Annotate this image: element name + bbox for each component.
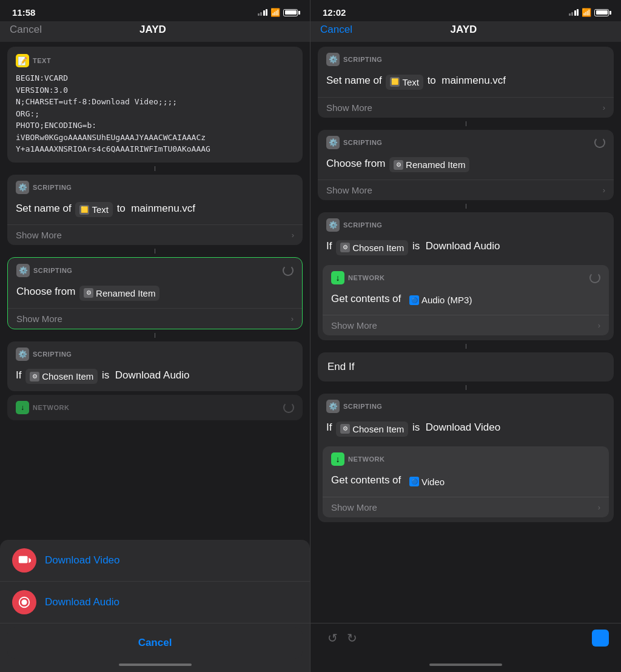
left-panel: 11:58 📶 Cancel JAYD 📝 TEXT BEGIN:VCARDVE… (0, 0, 310, 672)
wifi-icon: 📶 (270, 8, 280, 17)
home-indicator-right (310, 660, 621, 672)
scripting-icon: ⚙️ (16, 181, 29, 194)
connector (466, 204, 466, 209)
connector (155, 166, 155, 171)
token-icon-text: 🟨 (79, 205, 89, 215)
card-body: If ⚙Chosen Item is Download Video (318, 417, 614, 444)
end-if-label: End If (327, 361, 354, 372)
token-icon-gear: ⚙ (30, 372, 39, 381)
scripting-icon: ⚙️ (326, 218, 340, 232)
download-video-item[interactable]: Download Video (0, 540, 310, 582)
cancel-button-left[interactable]: Cancel (10, 24, 42, 36)
network-label: NETWORK (348, 455, 384, 463)
choose-from-card-right: ⚙️ SCRIPTING Choose from ⚙Renamed Item S… (318, 130, 614, 201)
chosen-token[interactable]: ⚙Chosen Item (25, 369, 98, 384)
battery-icon (283, 9, 298, 16)
token-icon-gear: ⚙ (340, 243, 350, 252)
spinner-icon (589, 272, 600, 283)
right-panel: 12:02 📶 Cancel JAYD ⚙️ SCRIPTING Set nam… (310, 0, 621, 672)
action-sheet: Download Video Download Audio Cancel (0, 540, 310, 672)
renamed-token[interactable]: ⚙Renamed Item (389, 157, 469, 172)
svg-point-3 (21, 599, 27, 605)
scroll-content-right: ⚙️ SCRIPTING Set name of 🟨Text to mainme… (310, 42, 621, 623)
network-icon: ↓ (331, 271, 344, 284)
record-button[interactable] (592, 630, 609, 647)
network-icon: ↓ (16, 401, 29, 414)
card-label: SCRIPTING (33, 267, 72, 274)
chevron-right-icon: › (603, 186, 605, 195)
signal-icon (569, 9, 579, 16)
token-icon-video: 🔵 (409, 477, 419, 486)
card-label: SCRIPTING (33, 351, 72, 358)
scripting-icon: ⚙️ (326, 136, 340, 149)
svg-rect-0 (19, 556, 28, 563)
scripting-icon: ⚙️ (326, 400, 340, 413)
text-token[interactable]: 🟨Text (386, 75, 423, 90)
network-label: NETWORK (348, 274, 384, 281)
card-body: If ⚙Chosen Item is Download Audio (318, 235, 614, 263)
show-more-right-4[interactable]: Show More › (323, 497, 609, 517)
nav-title-left: JAYD (139, 24, 166, 36)
card-label: SCRIPTING (343, 139, 382, 146)
spinner-icon (283, 402, 294, 413)
download-audio-label: Download Audio (45, 596, 119, 608)
token-icon-audio: 🔵 (409, 295, 419, 305)
scripting-icon: ⚙️ (16, 348, 29, 361)
connector (466, 385, 466, 390)
nested-network-video-card: ↓ NETWORK Get contents of 🔵Video Show Mo… (323, 446, 609, 517)
card-label: SCRIPTING (33, 184, 72, 191)
download-video-icon (12, 548, 36, 573)
chevron-right-icon: › (292, 230, 294, 240)
card-label: SCRIPTING (343, 56, 382, 63)
card-body: Choose from ⚙Renamed Item (318, 153, 614, 180)
connector (155, 333, 155, 338)
text-card-content: BEGIN:VCARDVERSION:3.0N;CHARSET=utf-8:Do… (16, 72, 294, 155)
set-name-card-right: ⚙️ SCRIPTING Set name of 🟨Text to mainme… (318, 47, 614, 118)
token-icon-gear: ⚙ (84, 288, 93, 298)
nav-bar-right: Cancel JAYD (310, 21, 621, 42)
svg-marker-1 (29, 557, 31, 563)
token-icon-gear: ⚙ (340, 424, 350, 434)
show-more-left-1[interactable]: Show More › (7, 224, 303, 245)
battery-icon (594, 9, 609, 16)
network-partial-card: ↓ NETWORK (7, 395, 303, 420)
show-more-label: Show More (16, 314, 62, 324)
download-audio-item[interactable]: Download Audio (0, 582, 310, 623)
redo-button[interactable]: ↻ (342, 628, 361, 648)
chevron-right-icon: › (598, 321, 600, 330)
card-body: Get contents of 🔵Video (323, 469, 609, 497)
card-label: SCRIPTING (343, 403, 382, 410)
connector (466, 344, 466, 349)
if-chosen-audio-card-right: ⚙️ SCRIPTING If ⚙Chosen Item is Download… (318, 212, 614, 340)
renamed-token[interactable]: ⚙Renamed Item (79, 286, 159, 301)
card-body: Get contents of 🔵Audio (MP3) (323, 288, 609, 315)
scripting-icon: ⚙️ (326, 53, 340, 66)
chosen-token[interactable]: ⚙Chosen Item (336, 240, 408, 255)
show-more-right-3[interactable]: Show More › (323, 315, 609, 335)
show-more-right-2[interactable]: Show More › (318, 180, 614, 200)
text-token[interactable]: 🟨Text (75, 202, 113, 217)
action-cancel-button[interactable]: Cancel (7, 627, 303, 659)
show-more-right-1[interactable]: Show More › (318, 97, 614, 118)
chevron-right-icon: › (603, 103, 605, 112)
if-chosen-video-card-right: ⚙️ SCRIPTING If ⚙Chosen Item is Download… (318, 394, 614, 522)
nav-title-right: JAYD (451, 24, 477, 36)
show-more-label: Show More (326, 102, 372, 113)
connector (155, 249, 155, 254)
chosen-token[interactable]: ⚙Chosen Item (336, 422, 408, 437)
network-label: NETWORK (33, 404, 69, 411)
undo-button[interactable]: ↺ (323, 628, 342, 648)
card-label: SCRIPTING (343, 221, 382, 229)
status-bar-right: 12:02 📶 (310, 0, 621, 21)
nav-bar-left: Cancel JAYD (0, 21, 310, 42)
card-body: Set name of 🟨Text to mainmenu.vcf (7, 198, 303, 225)
show-more-label: Show More (331, 320, 377, 331)
video-token[interactable]: 🔵Video (405, 474, 449, 489)
audio-mp3-token[interactable]: 🔵Audio (MP3) (405, 292, 476, 307)
card-body: If ⚙Chosen Item is Download Audio (7, 365, 303, 392)
cancel-button-right[interactable]: Cancel (320, 24, 352, 36)
chevron-right-icon: › (598, 503, 600, 512)
show-more-left-2[interactable]: Show More › (8, 308, 302, 329)
connector (466, 121, 466, 126)
bottom-toolbar: ↺ ↻ (310, 623, 621, 660)
